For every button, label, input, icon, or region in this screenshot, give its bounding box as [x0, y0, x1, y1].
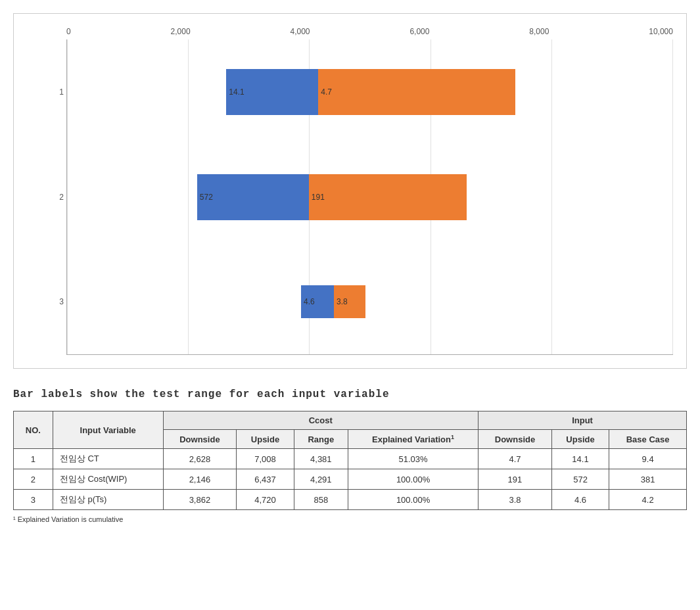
cell-upside-input: 572 — [551, 469, 609, 490]
cell-downside-ccost: 3,862 — [163, 490, 237, 510]
cell-downside-ccost: 2,146 — [163, 469, 237, 490]
cell-input-variable: 전임상 Cost(WIP) — [53, 469, 163, 490]
cell-base-case: 4.2 — [609, 490, 687, 510]
cell-no: 2 — [14, 469, 53, 490]
bar-orange-1: 4.7 — [318, 69, 515, 115]
col-header-upside-input: Upside — [551, 430, 609, 449]
col-header-upside-ccost: Upside — [237, 430, 294, 449]
col-header-range: Range — [294, 430, 348, 449]
col-header-explained-variation: Explained Variation1 — [348, 430, 478, 449]
cell-upside-ccost: 7,008 — [237, 449, 294, 469]
table-row: 1 전임상 CT 2,628 7,008 4,381 51.03% 4.7 14… — [14, 449, 687, 469]
cell-no: 3 — [14, 490, 53, 510]
bar-label-orange-1: 4.7 — [318, 87, 335, 97]
x-label-4000: 4,000 — [291, 27, 310, 36]
footnote: ¹ Explained Variation is cumulative — [13, 515, 687, 523]
bar-label-blue-2: 572 — [197, 193, 216, 202]
chart-area: 1 14.1 4.7 2 572 191 — [66, 39, 673, 355]
cell-range: 4,291 — [294, 469, 348, 490]
cell-explained-variation: 100.00% — [348, 490, 478, 510]
cell-base-case: 9.4 — [609, 449, 687, 469]
table-row: 2 전임상 Cost(WIP) 2,146 6,437 4,291 100.00… — [14, 469, 687, 490]
col-group-ccost: Ccost — [163, 411, 478, 430]
cell-no: 1 — [14, 449, 53, 469]
cell-downside-ccost: 2,628 — [163, 449, 237, 469]
x-label-2000: 2,000 — [171, 27, 191, 36]
col-header-downside-ccost: Downside — [163, 430, 237, 449]
bar-blue-1: 14.1 — [226, 69, 318, 115]
bar-orange-2: 191 — [309, 174, 467, 220]
cell-upside-input: 14.1 — [551, 449, 609, 469]
bar-group-3: 4.6 3.8 — [301, 285, 365, 318]
cell-range: 858 — [294, 490, 348, 510]
col-header-downside-input: Downside — [478, 430, 552, 449]
bar-label-orange-3: 3.8 — [334, 297, 350, 306]
bar-blue-3: 4.6 — [301, 285, 334, 318]
row-label-1: 1 — [44, 87, 64, 97]
cell-range: 4,381 — [294, 449, 348, 469]
bar-row-3: 3 4.6 3.8 — [67, 249, 673, 354]
section-title: Bar labels show the test range for each … — [13, 388, 687, 400]
bar-group-1: 14.1 4.7 — [226, 69, 515, 115]
cell-upside-input: 4.6 — [551, 490, 609, 510]
bar-label-blue-1: 14.1 — [226, 87, 246, 97]
x-label-6000: 6,000 — [409, 27, 429, 36]
bar-group-2: 572 191 — [197, 174, 467, 220]
cell-downside-input: 191 — [478, 469, 552, 490]
x-label-8000: 8,000 — [529, 27, 549, 36]
cell-downside-input: 3.8 — [478, 490, 552, 510]
col-header-no: NO. — [14, 411, 53, 449]
x-axis-top: 0 2,000 4,000 6,000 8,000 10,000 — [66, 27, 673, 36]
col-header-input-variable: Input Variable — [53, 411, 163, 449]
cell-input-variable: 전임상 p(Ts) — [53, 490, 163, 510]
bar-row-1: 1 14.1 4.7 — [67, 39, 673, 145]
row-label-3: 3 — [44, 297, 64, 306]
bar-label-orange-2: 191 — [309, 193, 327, 202]
row-label-2: 2 — [44, 193, 64, 202]
cell-downside-input: 4.7 — [478, 449, 552, 469]
col-group-input: Input — [478, 411, 687, 430]
col-header-base-case: Base Case — [609, 430, 687, 449]
x-label-10000: 10,000 — [649, 27, 673, 36]
cell-explained-variation: 100.00% — [348, 469, 478, 490]
data-table: NO. Input Variable Ccost Input Downside … — [13, 411, 687, 510]
cell-upside-ccost: 6,437 — [237, 469, 294, 490]
cell-base-case: 381 — [609, 469, 687, 490]
bar-label-blue-3: 4.6 — [301, 297, 317, 306]
cell-upside-ccost: 4,720 — [237, 490, 294, 510]
table-row: 3 전임상 p(Ts) 3,862 4,720 858 100.00% 3.8 … — [14, 490, 687, 510]
cell-input-variable: 전임상 CT — [53, 449, 163, 469]
cell-explained-variation: 51.03% — [348, 449, 478, 469]
table-section: Bar labels show the test range for each … — [13, 388, 687, 523]
bar-row-2: 2 572 191 — [67, 145, 673, 250]
x-label-0: 0 — [66, 27, 71, 36]
bar-blue-2: 572 — [197, 174, 309, 220]
bar-orange-3: 3.8 — [334, 285, 365, 318]
chart-container: 0 2,000 4,000 6,000 8,000 10,000 1 14.1 — [13, 13, 687, 369]
